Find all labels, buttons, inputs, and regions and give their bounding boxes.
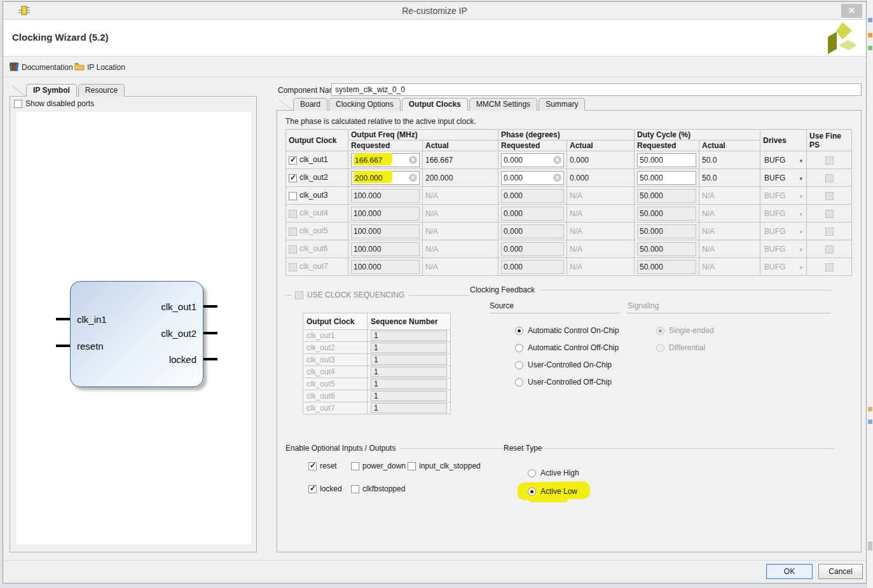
divider bbox=[547, 448, 834, 449]
clear-icon[interactable] bbox=[553, 174, 561, 182]
input-clk-stopped-checkbox-row[interactable]: input_clk_stopped bbox=[408, 461, 481, 471]
tab-board[interactable]: Board bbox=[293, 98, 327, 111]
clk-out2-duty-requested-input[interactable]: 50.000 bbox=[637, 171, 696, 185]
cancel-button[interactable]: Cancel bbox=[818, 564, 863, 579]
clk-out3-drives-dropdown: BUFG bbox=[763, 191, 804, 200]
screen: Re-customize IP ✕ Clocking Wizard (5.2) bbox=[0, 0, 873, 588]
tab-summary[interactable]: Summary bbox=[539, 98, 585, 111]
clk-out5-duty-requested-input: 50.000 bbox=[637, 224, 696, 238]
radio-icon[interactable] bbox=[515, 378, 523, 386]
col-duty-actual: Actual bbox=[699, 140, 760, 151]
port-label-clk-out1: clk_out1 bbox=[161, 301, 196, 312]
clk-out1-enable-checkbox[interactable] bbox=[289, 156, 297, 165]
phase-note: The phase is calculated relative to the … bbox=[285, 117, 476, 126]
clk-out5-fine-ps-checkbox bbox=[825, 228, 834, 236]
clk-out2-drives-dropdown[interactable]: BUFG bbox=[763, 174, 804, 182]
show-disabled-ports-row[interactable]: Show disabled ports bbox=[14, 99, 94, 108]
seq-number-input: 1 bbox=[371, 331, 447, 341]
radio-active-high[interactable]: Active High bbox=[528, 468, 579, 478]
radio-user-controlled-off-chip[interactable]: User-Controlled Off-Chip bbox=[515, 377, 612, 387]
documentation-link[interactable]: Documentation bbox=[10, 62, 73, 73]
seq-number-input: 1 bbox=[371, 343, 447, 353]
seq-row: clk_out51 bbox=[303, 378, 451, 390]
reset-checkbox-row[interactable]: reset bbox=[308, 461, 337, 471]
radio-user-controlled-on-chip[interactable]: User-Controlled On-Chip bbox=[515, 360, 612, 370]
input-clk-stopped-checkbox[interactable] bbox=[408, 462, 416, 470]
locked-checkbox-row[interactable]: locked bbox=[308, 484, 342, 494]
port-stub-clk-in1 bbox=[56, 318, 70, 320]
port-stub-locked bbox=[203, 358, 217, 360]
clk-out1-phase-requested-input[interactable]: 0.000 bbox=[501, 153, 564, 167]
radio-automatic-control-on-chip[interactable]: Automatic Control On-Chip bbox=[515, 325, 619, 336]
port-stub-clk-out1 bbox=[203, 305, 217, 308]
seq-row: clk_out31 bbox=[303, 354, 451, 366]
clk-out2-freq-requested-input[interactable]: 200.000 bbox=[351, 171, 420, 185]
clear-icon[interactable] bbox=[409, 174, 417, 182]
clkfbstopped-checkbox[interactable] bbox=[351, 485, 359, 493]
radio-icon[interactable] bbox=[515, 327, 523, 335]
col-seq-output-clock: Output Clock bbox=[303, 313, 368, 330]
radio-icon bbox=[656, 344, 664, 352]
clk-out6-fine-ps-checkbox bbox=[825, 245, 834, 254]
chevron-down-icon bbox=[799, 191, 802, 200]
ok-button[interactable]: OK bbox=[766, 564, 813, 579]
left-panel-tabs: IP SymbolResource bbox=[12, 84, 126, 97]
clk-out4-drives-dropdown: BUFG bbox=[763, 209, 804, 218]
clk-out1-duty-requested-input[interactable]: 50.000 bbox=[637, 153, 696, 167]
reset-checkbox[interactable] bbox=[308, 462, 317, 470]
doc-linkbar: Documentation IP Location bbox=[3, 57, 866, 77]
feedback-source-label: Source bbox=[490, 301, 620, 313]
ip-location-link[interactable]: IP Location bbox=[74, 62, 125, 73]
sequence-table: Output Clock Sequence Number clk_out11 c… bbox=[303, 313, 451, 414]
tab-clocking-options[interactable]: Clocking Options bbox=[329, 98, 401, 111]
col-sequence-number: Sequence Number bbox=[368, 313, 451, 330]
radio-icon[interactable] bbox=[528, 469, 536, 477]
table-row-clk-out3: clk_out3 100.000 N/A 0.000 N/A 50.000 N/… bbox=[286, 187, 852, 205]
seq-number-input: 1 bbox=[371, 355, 447, 365]
seq-number-input: 1 bbox=[371, 403, 447, 413]
show-disabled-ports-checkbox[interactable] bbox=[14, 100, 22, 108]
clk-out2-phase-requested-input[interactable]: 0.000 bbox=[501, 171, 564, 185]
tab-mmcm-settings[interactable]: MMCM Settings bbox=[469, 98, 537, 111]
seq-number-input: 1 bbox=[371, 379, 447, 389]
clk-out7-drives-dropdown: BUFG bbox=[763, 263, 804, 271]
power-down-checkbox[interactable] bbox=[351, 462, 359, 470]
clk-out1-fine-ps-checkbox bbox=[825, 156, 834, 165]
clk-out1-drives-dropdown[interactable]: BUFG bbox=[763, 156, 804, 165]
close-icon[interactable]: ✕ bbox=[841, 4, 862, 18]
clk-out4-fine-ps-checkbox bbox=[825, 210, 834, 218]
col-output-freq: Output Freq (MHz) bbox=[348, 130, 498, 140]
clear-icon[interactable] bbox=[553, 156, 561, 164]
clk-out5-freq-requested-input: 100.000 bbox=[351, 224, 420, 238]
tab-ip-symbol[interactable]: IP Symbol bbox=[26, 84, 77, 97]
component-name-input[interactable]: system_clk_wiz_0_0 bbox=[331, 83, 862, 96]
clk-out1-freq-requested-input[interactable]: 166.667 bbox=[351, 153, 420, 167]
clk-out3-enable-checkbox[interactable] bbox=[289, 192, 297, 200]
tab-lead-decoration bbox=[279, 100, 293, 111]
clk-out3-duty-requested-input: 50.000 bbox=[637, 189, 696, 203]
clk-out2-enable-checkbox[interactable] bbox=[289, 174, 297, 182]
clk-out6-drives-dropdown: BUFG bbox=[763, 245, 804, 254]
radio-icon[interactable] bbox=[515, 344, 523, 352]
wizard-header: Clocking Wizard (5.2) bbox=[3, 20, 866, 57]
tab-resource[interactable]: Resource bbox=[78, 84, 125, 97]
clk-out5-phase-requested-input: 0.000 bbox=[501, 224, 564, 238]
radio-active-low[interactable]: Active Low bbox=[528, 486, 577, 496]
radio-automatic-control-off-chip[interactable]: Automatic Control Off-Chip bbox=[515, 343, 619, 353]
radio-icon[interactable] bbox=[515, 361, 523, 369]
clkfbstopped-checkbox-row[interactable]: clkfbstopped bbox=[351, 484, 405, 494]
reset-type-section: Reset Type bbox=[504, 444, 834, 453]
table-row-clk-out4: clk_out4 100.000 N/A 0.000 N/A 50.000 N/… bbox=[286, 205, 852, 222]
power-down-checkbox-row[interactable]: power_down bbox=[351, 461, 406, 471]
tab-output-clocks[interactable]: Output Clocks bbox=[402, 98, 468, 111]
clk-out5-enable-checkbox bbox=[289, 228, 297, 236]
use-clock-sequencing-row: USE CLOCK SEQUENCING bbox=[285, 291, 469, 299]
col-phase: Phase (degrees) bbox=[498, 130, 635, 140]
locked-checkbox[interactable] bbox=[308, 485, 317, 493]
radio-icon[interactable] bbox=[528, 488, 536, 496]
port-stub-clk-out2 bbox=[203, 332, 217, 334]
component-name-label: Component Name bbox=[278, 86, 340, 95]
clear-icon[interactable] bbox=[409, 156, 417, 164]
dialog-titlebar[interactable]: Re-customize IP ✕ bbox=[3, 2, 866, 20]
clk-out6-enable-checkbox bbox=[289, 245, 297, 254]
